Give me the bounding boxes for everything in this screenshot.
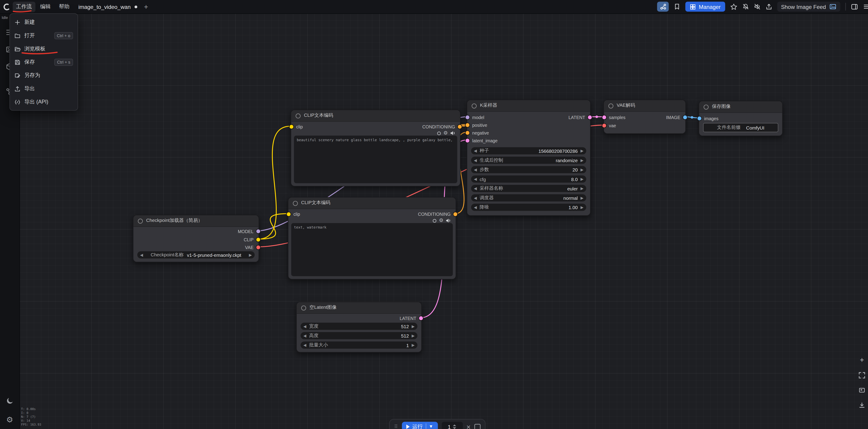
- speaker-icon[interactable]: [445, 218, 451, 223]
- stepper-left-icon[interactable]: ◀: [140, 253, 143, 257]
- menu-item-export[interactable]: 导出: [10, 82, 78, 95]
- gear-small-icon[interactable]: ⚙: [439, 218, 443, 223]
- collapse-dot-icon[interactable]: [301, 305, 306, 310]
- menu-help[interactable]: 帮助: [56, 1, 73, 12]
- samples-input-port[interactable]: [602, 115, 607, 120]
- decrement-icon[interactable]: [453, 427, 457, 429]
- positive-input-port[interactable]: [465, 123, 470, 128]
- widget-width[interactable]: ◀ 宽度 512 ▶: [301, 323, 417, 330]
- clip-input-port[interactable]: [289, 124, 294, 129]
- menu-item-export-api[interactable]: 导出 (API): [10, 95, 78, 108]
- widget-denoise[interactable]: ◀ 降噪 1.00 ▶: [471, 204, 586, 211]
- node-header[interactable]: K采样器: [467, 100, 590, 112]
- bookmark-icon[interactable]: [674, 3, 681, 10]
- new-workflow-tab-icon[interactable]: +: [144, 3, 148, 10]
- menu-workflow[interactable]: 工作流: [13, 1, 35, 12]
- chevron-down-icon[interactable]: ▼: [429, 424, 433, 429]
- stepper-right-icon[interactable]: ▶: [581, 149, 584, 153]
- node-header[interactable]: VAE解码: [604, 100, 685, 112]
- node-header[interactable]: CLIP文本编码: [291, 110, 460, 122]
- negative-input-port[interactable]: [465, 130, 470, 135]
- stepper-left-icon[interactable]: ◀: [474, 167, 477, 172]
- widget-control-after-generate[interactable]: ◀ 生成后控制 randomize ▶: [471, 157, 586, 164]
- stepper-right-icon[interactable]: ▶: [581, 196, 584, 200]
- vae-input-port[interactable]: [602, 123, 607, 128]
- model-input-port[interactable]: [465, 115, 470, 120]
- clip-input-port[interactable]: [286, 212, 291, 217]
- stop-icon[interactable]: [474, 424, 480, 429]
- model-output-port[interactable]: [256, 229, 261, 234]
- collapse-panel-icon[interactable]: [859, 402, 865, 408]
- node-clip-text-encode-negative[interactable]: CLIP文本编码 clip CONDITIONING ⚙ text, water…: [288, 197, 456, 280]
- stepper-right-icon[interactable]: ▶: [581, 167, 584, 172]
- gear-small-icon[interactable]: ⚙: [443, 131, 448, 136]
- prompt-widget-controls[interactable]: ⚙: [432, 218, 451, 223]
- menu-grid-icon[interactable]: [863, 3, 868, 10]
- latent-output-port[interactable]: [587, 115, 592, 120]
- conditioning-output-port[interactable]: [457, 124, 462, 129]
- collapse-dot-icon[interactable]: [472, 103, 477, 108]
- batch-count-stepper[interactable]: 1: [441, 422, 462, 429]
- stepper-right-icon[interactable]: ▶: [412, 334, 415, 338]
- node-header[interactable]: 空Latent图像: [297, 302, 421, 314]
- prompt-textarea[interactable]: beautiful scenery nature glass bottle la…: [294, 136, 457, 183]
- stepper-right-icon[interactable]: ▶: [581, 158, 584, 162]
- collapse-dot-icon[interactable]: [704, 104, 709, 109]
- panel-toggle-icon[interactable]: [851, 3, 858, 10]
- stepper-left-icon[interactable]: ◀: [474, 158, 477, 162]
- stepper-left-icon[interactable]: ◀: [474, 205, 477, 209]
- stepper-left-icon[interactable]: ◀: [303, 343, 306, 347]
- collapse-dot-icon[interactable]: [296, 113, 301, 118]
- stepper-left-icon[interactable]: ◀: [474, 196, 477, 200]
- star-icon[interactable]: [730, 3, 737, 10]
- clip-output-port[interactable]: [256, 237, 261, 242]
- collapse-dot-icon[interactable]: [609, 103, 613, 108]
- stepper-left-icon[interactable]: ◀: [474, 187, 477, 190]
- conditioning-output-port[interactable]: [453, 212, 458, 217]
- theme-toggle-icon[interactable]: [6, 397, 13, 407]
- widget-cfg[interactable]: ◀ cfg 8.0 ▶: [471, 175, 586, 183]
- node-save-image[interactable]: 保存图像 images 文件名前缀 ComfyUI: [699, 101, 783, 136]
- menu-item-browse-templates[interactable]: 浏览模板: [10, 42, 78, 55]
- share-icon[interactable]: [766, 3, 772, 10]
- node-header[interactable]: CLIP文本编码: [288, 197, 456, 209]
- images-input-port[interactable]: [697, 116, 702, 121]
- vae-output-port[interactable]: [256, 245, 261, 250]
- run-button[interactable]: 运行 ▼: [402, 422, 438, 429]
- node-ksampler[interactable]: K采样器 model LATENT positive negative late…: [467, 100, 591, 216]
- announcements-off-icon[interactable]: [754, 3, 761, 10]
- widget-height[interactable]: ◀ 高度 512 ▶: [301, 332, 417, 339]
- stepper-right-icon[interactable]: ▶: [412, 324, 415, 328]
- widget-filename-prefix[interactable]: 文件名前缀 ComfyUI: [703, 123, 778, 132]
- latent-image-input-port[interactable]: [465, 138, 470, 143]
- prompt-widget-controls[interactable]: ⚙: [437, 131, 456, 136]
- widget-batch-size[interactable]: ◀ 批量大小 1 ▶: [301, 341, 417, 349]
- minimap-icon[interactable]: [859, 387, 865, 393]
- drag-handle-icon[interactable]: ⠿: [394, 424, 398, 429]
- manager-button[interactable]: Manager: [685, 2, 725, 12]
- node-vae-decode[interactable]: VAE解码 samples IMAGE vae: [603, 100, 686, 134]
- speaker-icon[interactable]: [450, 131, 456, 136]
- stepper-left-icon[interactable]: ◀: [303, 334, 306, 338]
- menu-item-open[interactable]: 打开 Ctrl + o: [10, 29, 78, 42]
- node-header[interactable]: Checkpoint加载器（简易）: [133, 215, 258, 227]
- widget-checkpoint-name[interactable]: ◀ Checkpoint名称 v1-5-pruned-emaonly.ckpt …: [137, 251, 255, 258]
- workflow-graph-icon[interactable]: [657, 2, 669, 12]
- prompt-textarea[interactable]: text, watermark: [291, 223, 453, 276]
- latent-output-port[interactable]: [418, 316, 424, 321]
- node-empty-latent-image[interactable]: 空Latent图像 LATENT ◀ 宽度 512 ▶ ◀ 高度 512 ▶ ◀…: [296, 302, 422, 353]
- increment-icon[interactable]: [453, 424, 457, 426]
- stepper-left-icon[interactable]: ◀: [474, 177, 477, 181]
- node-checkpoint-loader[interactable]: Checkpoint加载器（简易） MODEL CLIP VAE ◀ Check…: [133, 215, 259, 263]
- collapse-dot-icon[interactable]: [293, 201, 298, 206]
- stepper-right-icon[interactable]: ▶: [412, 343, 415, 347]
- stepper-right-icon[interactable]: ▶: [249, 253, 252, 257]
- comfyui-logo-icon[interactable]: [3, 2, 11, 11]
- node-clip-text-encode-positive[interactable]: CLIP文本编码 clip CONDITIONING ⚙ beautiful s…: [291, 110, 461, 186]
- stepper-right-icon[interactable]: ▶: [581, 205, 584, 209]
- node-header[interactable]: 保存图像: [699, 101, 782, 113]
- notifications-off-icon[interactable]: [742, 3, 749, 10]
- widget-scheduler[interactable]: ◀ 调度器 normal ▶: [471, 194, 586, 202]
- show-image-feed-toggle[interactable]: Show Image Feed: [777, 2, 840, 12]
- widget-seed[interactable]: ◀ 种子 156680208700286 ▶: [471, 147, 586, 155]
